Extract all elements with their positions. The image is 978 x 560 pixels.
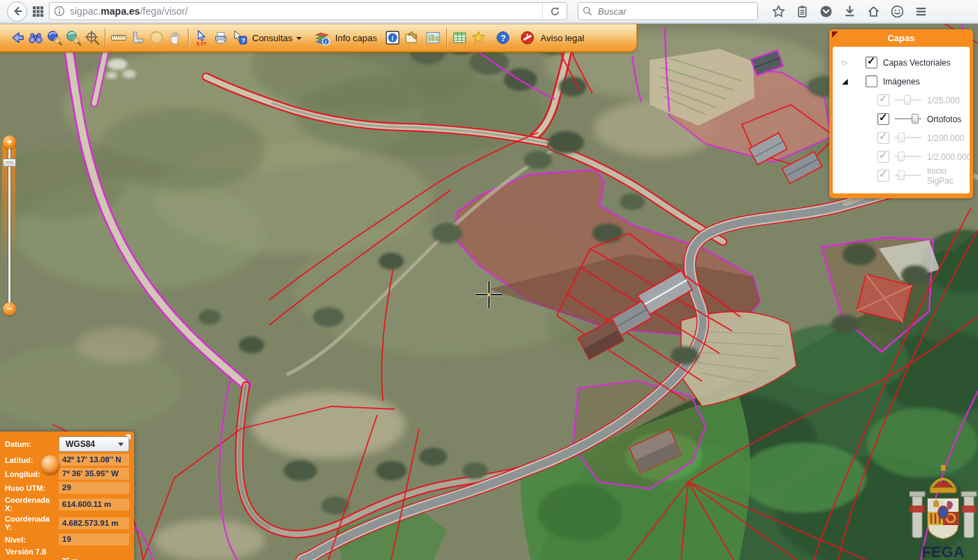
layer-checkbox: [877, 132, 889, 144]
datum-dropdown[interactable]: WGS84: [59, 436, 129, 452]
info-frame-button[interactable]: i: [384, 28, 402, 47]
search-input[interactable]: [597, 6, 753, 17]
hand-icon: [167, 29, 184, 46]
layer-checkbox[interactable]: [866, 75, 877, 87]
info-capas-label[interactable]: Info capas: [335, 33, 377, 43]
coord-value: 614.600.11 m: [59, 499, 129, 510]
datum-row: Datum: WGS84: [5, 436, 129, 452]
center-map-button[interactable]: [82, 28, 101, 47]
help-circle-icon: ?: [495, 29, 511, 46]
back-button[interactable]: [7, 1, 27, 22]
measure-area-button[interactable]: [128, 28, 147, 47]
dropdown-arrow-icon: [118, 443, 124, 446]
help-pointer-button[interactable]: ?: [230, 28, 249, 47]
consultas-caret-icon[interactable]: [296, 37, 302, 40]
layer-label: 1/200.000: [927, 133, 964, 143]
expander-icon[interactable]: ◢: [840, 77, 850, 86]
coord-label: Coordenada Y:: [5, 515, 59, 531]
pan-back-button[interactable]: [7, 28, 26, 47]
globe-ball-icon: [41, 455, 60, 475]
print-button[interactable]: [211, 28, 230, 47]
layer-row-2000000: 1/2.000.000: [837, 147, 965, 166]
hello-smiley-icon[interactable]: [891, 5, 904, 18]
scale-label: 25 m: [24, 557, 115, 560]
layer-label: 1/2.000.000: [927, 152, 970, 162]
zoom-previous-button[interactable]: [45, 28, 64, 47]
menu-hamburger-icon[interactable]: [914, 5, 928, 18]
zoom-track[interactable]: [8, 146, 10, 305]
layers-panel-title: Capas: [829, 29, 973, 47]
layer-row-capas-vectoriales: ▷ Capas Vectoriales: [837, 53, 965, 72]
toolbar-divider: [105, 29, 105, 47]
layer-label: 1/25.000: [927, 96, 960, 105]
aviso-legal-label[interactable]: Aviso legal: [541, 33, 585, 43]
search-box[interactable]: [578, 2, 758, 20]
sigpac-viewer-page: { "browser": { "url_prefix": "sigpac.", …: [0, 0, 978, 560]
layer-checkbox[interactable]: [877, 113, 889, 125]
table-view-button[interactable]: [451, 28, 469, 47]
opacity-slider: [895, 133, 921, 143]
browser-chrome: sigpac.mapa.es/fega/visor/: [0, 0, 978, 24]
toolbar-divider: [188, 29, 189, 47]
sigpac-toolbar: X,Y? ? Consultas i Info capas: [0, 24, 637, 52]
zoom-region-button[interactable]: [64, 28, 82, 47]
opacity-slider: [895, 152, 921, 162]
layers-info-button[interactable]: i: [313, 28, 332, 47]
svg-text:X,Y?: X,Y?: [196, 41, 206, 47]
xy-pointer-icon: X,Y?: [194, 29, 210, 46]
search-parcel-button[interactable]: [26, 28, 45, 47]
coord-row-longitud: Longitud: 7º 36' 35.95'' W: [5, 468, 129, 480]
help-button[interactable]: ?: [494, 28, 513, 47]
binoculars-icon: [27, 29, 44, 46]
coord-label: Coordenada X:: [5, 496, 59, 513]
home-icon[interactable]: [867, 5, 880, 18]
url-text: sigpac.mapa.es/fega/visor/: [70, 6, 188, 17]
coord-row-huso: Huso UTM: 29: [5, 482, 129, 494]
ruler-icon: [110, 29, 127, 46]
coord-value: 7º 36' 35.95'' W: [59, 468, 129, 480]
layer-row-25000: 1/25.000: [837, 91, 965, 110]
measure-distance-button[interactable]: [109, 28, 128, 47]
square-ruler-icon: [129, 29, 146, 46]
layer-checkbox[interactable]: [866, 57, 877, 68]
panel-collapse-icon[interactable]: [832, 31, 838, 38]
zoom-previous-icon: [46, 29, 63, 46]
circle-tool-button[interactable]: [147, 28, 166, 47]
warning-circle-icon: [519, 29, 536, 46]
zoom-region-icon: [65, 29, 82, 46]
layer-row-ortofotos: Ortofotos: [837, 110, 965, 128]
favorites-button[interactable]: [469, 28, 488, 47]
layers-icon: i: [313, 29, 331, 46]
downloads-icon[interactable]: [843, 5, 856, 18]
layer-checkbox: [877, 151, 889, 163]
expander-icon[interactable]: ▷: [840, 59, 850, 66]
pocket-icon[interactable]: [819, 5, 833, 18]
layer-label: Ortofotos: [927, 115, 961, 124]
coordinates-pointer-button[interactable]: X,Y?: [192, 28, 211, 47]
browser-actions: [772, 5, 928, 18]
reload-button[interactable]: [542, 3, 567, 20]
tiles-button[interactable]: [32, 6, 44, 17]
bookmark-star-icon[interactable]: [772, 5, 785, 18]
pan-hand-button[interactable]: [166, 28, 184, 47]
layer-row-imagenes: ◢ Imágenes: [837, 72, 965, 91]
table-icon: [451, 29, 468, 46]
site-info-icon[interactable]: [54, 6, 65, 17]
opacity-slider[interactable]: [895, 114, 921, 124]
coord-label: Nivel:: [5, 536, 59, 544]
consultas-menu[interactable]: Consultas: [252, 33, 293, 43]
sketch-tool-button[interactable]: [402, 28, 421, 47]
coordinates-panel: Datum: WGS84 Latitud: 42º 17' 13.08'' N …: [0, 432, 134, 560]
svg-text:?: ?: [501, 34, 506, 43]
map-export-button[interactable]: [424, 28, 443, 47]
zoom-out-button[interactable]: [3, 302, 16, 316]
svg-text:?: ?: [241, 37, 245, 44]
aviso-legal-button[interactable]: [518, 28, 537, 47]
opacity-slider: [895, 170, 921, 181]
tiles-icon: [32, 6, 44, 17]
svg-text:i: i: [392, 34, 394, 42]
reading-list-icon[interactable]: [796, 5, 809, 18]
zoom-in-button[interactable]: [3, 135, 16, 149]
url-bar[interactable]: sigpac.mapa.es/fega/visor/: [49, 2, 567, 20]
zoom-slider-handle[interactable]: [3, 159, 16, 167]
